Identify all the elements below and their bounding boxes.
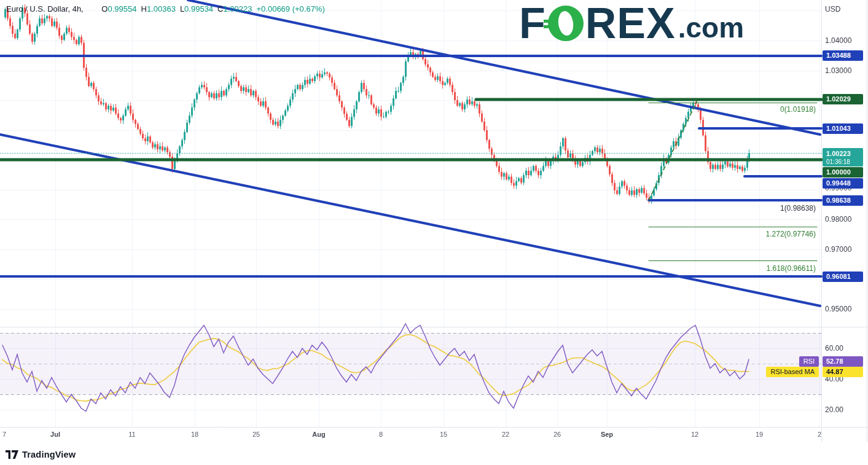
tradingview-label: TradingView (22, 450, 76, 459)
time-axis-label: 2 (818, 431, 821, 438)
time-axis-label: 26 (553, 431, 561, 438)
time-axis-label: 18 (191, 431, 198, 438)
symbol-title[interactable]: Euro / U.S. Dollar, 4h, (6, 4, 84, 14)
time-axis-label: 8 (379, 431, 383, 438)
price-scale-badge: 1.00000 (823, 167, 863, 178)
price-scale-badge: 52.78 (823, 356, 863, 367)
rsi-ma-indicator-badge: RSI-based MA (766, 367, 819, 377)
time-axis-label: 11 (128, 431, 135, 438)
fib-level-label: 0(1.01918) (780, 105, 816, 114)
time-axis-label: Jul (50, 431, 60, 438)
forex-logo-dotcom: .com (678, 2, 744, 44)
price-scale-tick-label: 20.00 (825, 405, 843, 414)
price-scale-badge: 0.98638 (823, 195, 863, 206)
ohlc-high-key: H (141, 4, 146, 14)
price-scale-badge: 44.87 (823, 367, 863, 377)
time-axis-label: Sep (601, 431, 613, 438)
time-axis-label: 12 (691, 431, 698, 438)
forex-logo-f: F (519, 2, 546, 44)
price-scale-tick-label: 1.04000 (825, 36, 851, 45)
price-scale-badge: 1.0022301:36:18 (823, 148, 863, 166)
forex-logo-rex: REX (585, 2, 676, 44)
price-scale-tick-label: 0.98000 (825, 215, 851, 224)
forex-com-logo: F REX .com (519, 2, 744, 44)
time-axis-label: 7 (2, 431, 6, 438)
price-scale-badge: 0.99448 (823, 178, 863, 189)
symbol-legend: Euro / U.S. Dollar, 4h, O0.99554H1.00363… (6, 4, 325, 14)
forex-logo-o-icon (548, 6, 584, 41)
time-axis-label: Aug (312, 431, 325, 438)
price-scale-badge: 1.01043 (823, 123, 863, 134)
fib-level-label: 1(0.98638) (780, 204, 816, 213)
ohlc-high-value: 1.00363 (147, 4, 176, 14)
price-scale-currency: USD (825, 5, 840, 14)
ohlc-change: +0.00669 (+0.67%) (257, 4, 325, 14)
price-scale-badge: 0.96081 (823, 272, 863, 282)
chart-root: Euro / U.S. Dollar, 4h, O0.99554H1.00363… (0, 0, 868, 465)
fib-level-label: 1.618(0.96611) (766, 264, 816, 273)
price-scale-tick-label: 1.03000 (825, 66, 851, 75)
price-scale-badge: 1.02029 (823, 94, 863, 104)
price-scale-tick-label: 0.95000 (825, 305, 851, 313)
ohlc-open-key: O (101, 4, 108, 14)
time-axis-label: 15 (440, 431, 447, 438)
time-axis-label: 25 (252, 431, 260, 438)
ohlc-close-key: C (217, 4, 223, 14)
time-axis-label: 22 (502, 431, 509, 438)
ohlc-open-value: 0.99554 (108, 4, 136, 14)
price-chart-canvas[interactable] (0, 0, 868, 465)
time-axis-label: 19 (756, 431, 763, 438)
tradingview-glyph-icon (6, 450, 18, 459)
price-scale-tick-label: 0.97000 (825, 245, 851, 254)
ohlc-low-value: 0.99534 (184, 4, 213, 14)
fib-level-label: 1.272(0.97746) (766, 230, 816, 238)
ohlc-close-value: 1.00223 (224, 4, 252, 14)
price-scale-tick-label: 60.00 (825, 344, 843, 353)
tradingview-logo[interactable]: TradingView (6, 450, 76, 459)
price-scale-badge: 1.03488 (823, 50, 863, 61)
rsi-indicator-badge: RSI (799, 356, 819, 367)
